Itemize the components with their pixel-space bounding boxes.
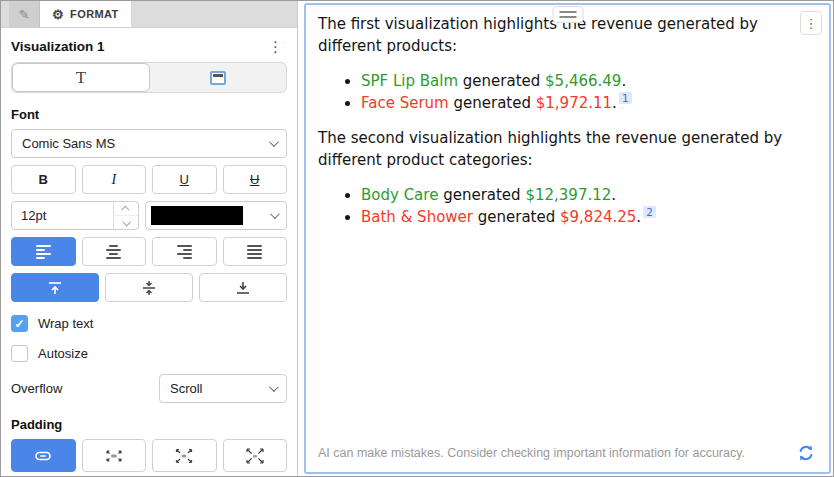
citation-badge[interactable]: 1 — [619, 92, 632, 104]
valign-middle-icon — [141, 280, 157, 296]
category-name: Bath & Shower — [361, 208, 473, 226]
product-name: SPF Lip Balm — [361, 72, 458, 90]
valign-middle-button[interactable] — [105, 273, 193, 302]
container-icon — [210, 71, 226, 85]
text-mode-icon: T — [76, 68, 86, 88]
font-size-value: 12pt — [12, 202, 113, 229]
font-section-label: Font — [11, 107, 287, 122]
panel-tabbar: ✎ ⚙ FORMAT — [1, 1, 297, 28]
revenue-amount: $1,972.11 — [536, 94, 612, 112]
panel-body: Visualization 1 ⋮ T Font Comic Sans MS B… — [1, 28, 297, 472]
product-name: Face Serum — [361, 94, 449, 112]
list-item: SPF Lip Balm generated $5,466.49. — [361, 71, 813, 93]
tab-edit[interactable]: ✎ — [9, 1, 40, 27]
product-list: SPF Lip Balm generated $5,466.49. Face S… — [318, 71, 813, 116]
autosize-label: Autosize — [38, 346, 88, 361]
font-family-value: Comic Sans MS — [22, 136, 115, 151]
align-justify-button[interactable] — [223, 237, 288, 266]
revenue-amount: $9,824.25 — [560, 208, 636, 226]
bold-button[interactable]: B — [11, 165, 76, 194]
font-size-spin-buttons — [113, 202, 138, 229]
ai-disclaimer: AI can make mistakes. Consider checking … — [318, 446, 745, 460]
padding-none-icon — [33, 449, 53, 463]
text-visualization-canvas[interactable]: ⋮ The first visualization highlights the… — [304, 3, 831, 474]
overflow-label: Overflow — [11, 381, 62, 396]
valign-bottom-icon — [235, 280, 251, 296]
padding-large-button[interactable] — [223, 439, 288, 472]
list-item: Face Serum generated $1,972.11.1 — [361, 93, 813, 115]
overflow-select[interactable]: Scroll — [159, 374, 287, 403]
valign-top-button[interactable] — [11, 273, 99, 302]
align-center-button[interactable] — [82, 237, 147, 266]
font-color-select[interactable] — [145, 201, 287, 230]
padding-large-icon — [245, 448, 265, 464]
visualization-title: Visualization 1 — [11, 39, 105, 54]
padding-label: Padding — [11, 417, 287, 432]
mode-container-button[interactable] — [150, 63, 286, 92]
drag-handle[interactable] — [552, 6, 583, 23]
font-color-swatch — [151, 206, 243, 225]
revenue-amount: $12,397.12 — [525, 186, 611, 204]
chevron-down-icon — [270, 209, 280, 219]
refresh-icon[interactable] — [797, 444, 815, 462]
category-list: Body Care generated $12,397.12. Bath & S… — [318, 185, 813, 230]
tab-format-label: FORMAT — [70, 8, 119, 20]
chevron-down-icon — [269, 137, 279, 147]
padding-small-button[interactable] — [82, 439, 147, 472]
gear-icon: ⚙ — [52, 7, 64, 22]
revenue-amount: $5,466.49 — [545, 72, 621, 90]
canvas-menu-button[interactable]: ⋮ — [800, 11, 822, 35]
padding-none-button[interactable] — [11, 439, 76, 472]
underline-button[interactable]: U — [152, 165, 217, 194]
align-left-icon — [36, 245, 51, 259]
overflow-value: Scroll — [170, 381, 203, 396]
valign-top-icon — [47, 280, 63, 296]
category-name: Body Care — [361, 186, 438, 204]
kebab-icon: ⋮ — [805, 16, 818, 31]
padding-small-icon — [104, 448, 124, 464]
pencil-icon: ✎ — [19, 7, 30, 22]
mode-text-button[interactable]: T — [12, 63, 150, 92]
chevron-down-icon — [122, 218, 130, 226]
font-size-decrease-button[interactable] — [114, 216, 138, 229]
check-icon: ✓ — [14, 317, 24, 331]
format-panel: ✎ ⚙ FORMAT Visualization 1 ⋮ T Font — [1, 1, 298, 476]
chevron-up-icon — [121, 205, 129, 213]
app-window: ✎ ⚙ FORMAT Visualization 1 ⋮ T Font — [0, 0, 834, 477]
autosize-checkbox[interactable] — [11, 345, 28, 362]
align-right-icon — [177, 245, 192, 259]
citation-badge[interactable]: 2 — [643, 206, 656, 218]
list-item: Bath & Shower generated $9,824.25.2 — [361, 207, 813, 229]
italic-button[interactable]: I — [82, 165, 147, 194]
chevron-down-icon — [269, 382, 279, 392]
font-size-increase-button[interactable] — [114, 202, 138, 216]
align-center-icon — [106, 245, 121, 259]
padding-medium-button[interactable] — [152, 439, 217, 472]
font-size-stepper[interactable]: 12pt — [11, 201, 139, 230]
font-family-select[interactable]: Comic Sans MS — [11, 129, 287, 158]
padding-medium-icon — [174, 448, 194, 464]
wrap-text-label: Wrap text — [38, 316, 93, 331]
valign-bottom-button[interactable] — [199, 273, 287, 302]
align-justify-icon — [247, 245, 262, 259]
list-item: Body Care generated $12,397.12. — [361, 185, 813, 207]
strikethrough-button[interactable]: U — [223, 165, 288, 194]
paragraph: The second visualization highlights the … — [318, 128, 813, 172]
mode-toggle: T — [11, 62, 287, 93]
align-left-button[interactable] — [11, 237, 76, 266]
wrap-text-checkbox[interactable]: ✓ — [11, 315, 28, 332]
align-right-button[interactable] — [152, 237, 217, 266]
ai-footer: AI can make mistakes. Consider checking … — [306, 436, 829, 472]
tab-format[interactable]: ⚙ FORMAT — [40, 1, 131, 27]
ai-text-content: The first visualization highlights the r… — [306, 5, 829, 436]
visualization-menu-button[interactable]: ⋮ — [264, 39, 287, 54]
